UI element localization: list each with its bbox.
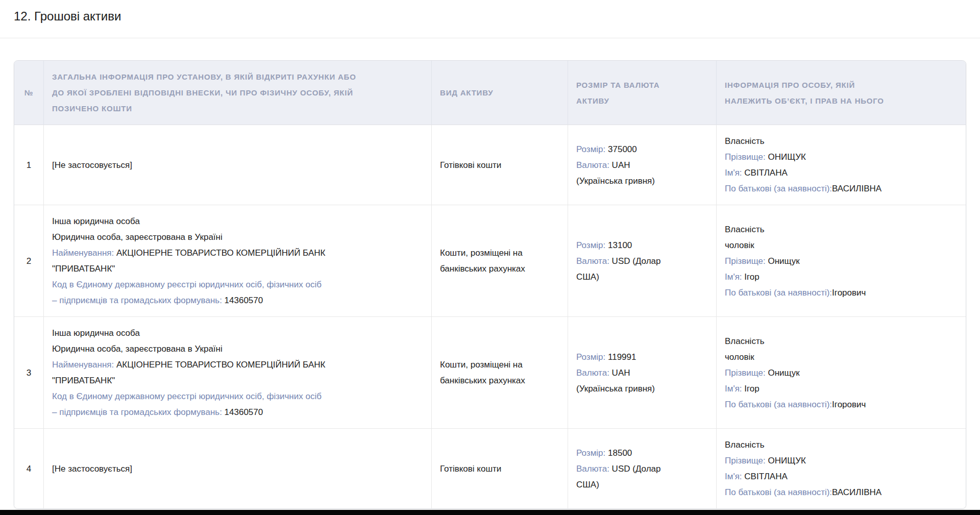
amount-currency-cell: Розмір: 13100Валюта: USD (Долар США) (568, 205, 716, 316)
amount-currency-cell: Розмір: 18500Валюта: USD (Долар США) (568, 428, 716, 508)
field-value: Ігорович (832, 288, 866, 298)
owner-info-cell: ВласністьПрізвище: ОНИЩУКІм'я: СВІТЛАНАП… (716, 125, 966, 205)
cell-line: Готівкові кошти (440, 157, 559, 173)
field-value: 14360570 (222, 407, 263, 417)
table-row: 1[Не застосовується]Готівкові коштиРозмі… (14, 125, 966, 205)
institution-info-cell: [Не застосовується] (43, 428, 431, 508)
field-value: Готівкові кошти (440, 160, 501, 170)
field-value: Кошти, розміщені на банківських рахунках (440, 360, 525, 385)
asset-type-cell: Кошти, розміщені на банківських рахунках (431, 316, 568, 428)
content-area: № ЗАГАЛЬНА ІНФОРМАЦІЯ ПРО УСТАНОВУ, В ЯК… (0, 60, 980, 509)
assets-table: № ЗАГАЛЬНА ІНФОРМАЦІЯ ПРО УСТАНОВУ, В ЯК… (14, 61, 966, 508)
asset-type-cell: Кошти, розміщені на банківських рахунках (431, 205, 568, 316)
cell-line: Розмір: 119991 (576, 349, 673, 365)
field-label: Код в Єдиному державному реєстрі юридичн… (52, 391, 324, 417)
field-value: Юридична особа, зареєстрована в Україні (52, 232, 223, 242)
field-value: СВІТЛАНА (742, 168, 788, 178)
field-value: Інша юридична особа (52, 216, 140, 226)
cell-line: Прізвище: ОНИЩУК (725, 453, 958, 469)
institution-info-cell: [Не застосовується] (43, 125, 431, 205)
asset-type-cell: Готівкові кошти (431, 125, 568, 205)
column-header-info: ЗАГАЛЬНА ІНФОРМАЦІЯ ПРО УСТАНОВУ, В ЯКІЙ… (43, 61, 431, 125)
assets-table-header: № ЗАГАЛЬНА ІНФОРМАЦІЯ ПРО УСТАНОВУ, В ЯК… (14, 61, 966, 125)
field-label: Ім'я: (725, 168, 742, 178)
field-label: Прізвище: (725, 368, 766, 378)
cell-line: [Не застосовується] (52, 157, 328, 173)
cell-line: Валюта: UAH (Українська гривня) (576, 365, 673, 397)
cell-line: Кошти, розміщені на банківських рахунках (440, 245, 559, 277)
field-label: Ім'я: (725, 472, 742, 481)
owner-info-cell: ВласністьчоловікПрізвище: ОнищукІм'я: Іг… (716, 205, 966, 316)
field-value: Власність (725, 336, 765, 346)
field-label: Розмір: (576, 448, 605, 458)
field-value: Юридична особа, зареєстрована в Україні (52, 344, 223, 354)
field-value: Інша юридична особа (52, 328, 140, 338)
field-label: Валюта: (576, 464, 609, 474)
cell-line: По батькові (за наявності):Ігорович (725, 397, 958, 412)
field-value: Ігорович (832, 400, 866, 409)
amount-currency-cell: Розмір: 375000Валюта: UAH (Українська гр… (568, 125, 716, 205)
cell-line: Інша юридична особа (52, 325, 328, 341)
field-label: Розмір: (576, 144, 605, 154)
field-label: Розмір: (576, 352, 605, 362)
field-value: ОНИЩУК (766, 152, 806, 162)
field-label: Код в Єдиному державному реєстрі юридичн… (52, 280, 324, 305)
field-value: Кошти, розміщені на банківських рахунках (440, 248, 525, 274)
column-header-owner: ІНФОРМАЦІЯ ПРО ОСОБУ, ЯКІЙ НАЛЕЖИТЬ ОБ’Є… (716, 61, 966, 125)
row-number-cell: 3 (14, 316, 43, 428)
field-label: Валюта: (576, 160, 609, 170)
field-value: Власність (725, 225, 765, 234)
field-value: Власність (725, 136, 765, 146)
field-value: 13100 (605, 240, 632, 250)
field-label: Розмір: (576, 240, 605, 250)
cell-line: Ім'я: СВІТЛАНА (725, 165, 958, 181)
field-value: Ігор (742, 384, 760, 394)
field-value: 14360570 (222, 296, 263, 305)
field-value: Ігор (742, 272, 760, 282)
owner-info-cell: ВласністьПрізвище: ОНИЩУКІм'я: СВІТЛАНАП… (716, 428, 966, 508)
cell-line: Найменування: АКЦІОНЕРНЕ ТОВАРИСТВО КОМЕ… (52, 245, 328, 277)
field-label: Найменування: (52, 248, 114, 258)
field-value: Онищук (766, 368, 800, 378)
cell-line: Валюта: USD (Долар США) (576, 253, 673, 285)
cell-line: Прізвище: Онищук (725, 253, 958, 269)
cell-line: По батькові (за наявності):ВАСИЛІВНА (725, 484, 958, 500)
field-value: Власність (725, 440, 765, 450)
assets-table-body: 1[Не застосовується]Готівкові коштиРозмі… (14, 125, 966, 508)
field-label: Ім'я: (725, 272, 742, 282)
table-row: 4[Не застосовується]Готівкові коштиРозмі… (14, 428, 966, 508)
cell-line: Валюта: USD (Долар США) (576, 461, 673, 493)
cell-line: чоловік (725, 349, 958, 365)
field-label: Найменування: (52, 360, 114, 370)
cell-line: По батькові (за наявності):ВАСИЛІВНА (725, 181, 958, 197)
page-title: 12. Грошові активи (14, 8, 966, 24)
asset-type-cell: Готівкові кошти (431, 428, 568, 508)
cell-line: Валюта: UAH (Українська гривня) (576, 157, 673, 189)
cell-line: Кошти, розміщені на банківських рахунках (440, 357, 559, 388)
cell-line: Розмір: 18500 (576, 445, 673, 461)
cell-line: По батькові (за наявності):Ігорович (725, 285, 958, 301)
field-value: чоловік (725, 240, 754, 250)
cell-line: [Не застосовується] (52, 461, 328, 477)
cell-line: Прізвище: ОНИЩУК (725, 149, 958, 165)
field-value: 18500 (605, 448, 632, 458)
field-value: Онищук (766, 256, 800, 266)
column-header-amount: РОЗМІР ТА ВАЛЮТА АКТИВУ (568, 61, 716, 125)
institution-info-cell: Інша юридична особаЮридична особа, зареє… (43, 205, 431, 316)
cell-line: Код в Єдиному державному реєстрі юридичн… (52, 388, 328, 420)
cell-line: Прізвище: Онищук (725, 365, 958, 381)
field-label: Прізвище: (725, 152, 766, 162)
table-row: 2Інша юридична особаЮридична особа, заре… (14, 205, 966, 316)
cell-line: Розмір: 13100 (576, 237, 673, 253)
cell-line: Код в Єдиному державному реєстрі юридичн… (52, 277, 328, 308)
field-value: ВАСИЛІВНА (832, 487, 881, 497)
cell-line: Розмір: 375000 (576, 141, 673, 157)
cell-line: Власність (725, 222, 958, 237)
field-label: По батькові (за наявності): (725, 400, 832, 409)
cell-line: Власність (725, 133, 958, 149)
cell-line: Юридична особа, зареєстрована в Україні (52, 341, 328, 357)
field-label: По батькові (за наявності): (725, 288, 832, 298)
cell-line: чоловік (725, 237, 958, 253)
field-value: 119991 (605, 352, 636, 362)
column-header-asset-type: ВИД АКТИВУ (431, 61, 568, 125)
